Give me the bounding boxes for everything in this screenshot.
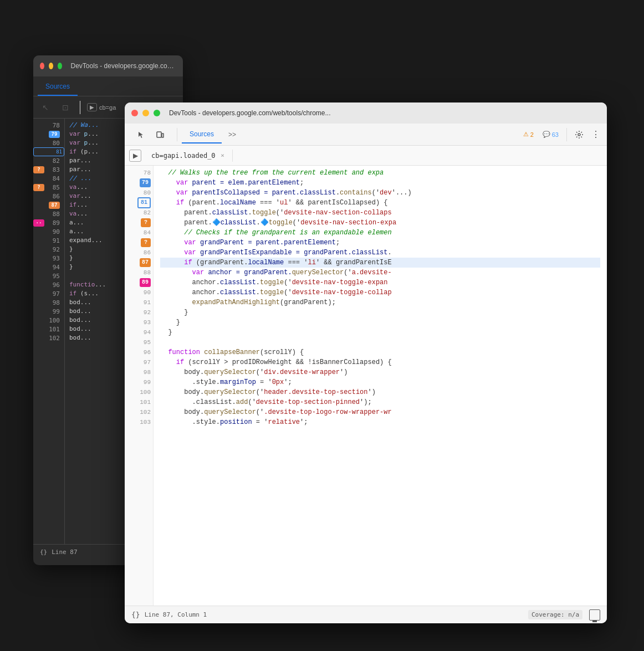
code-line-86: var grandParentIsExpandable = grandParen…: [160, 248, 600, 258]
code-line-79: var parent = elem.parentElement;: [160, 178, 600, 188]
cursor-position: Line 87, Column 1: [145, 611, 207, 618]
device-toolbar-icon[interactable]: [152, 127, 168, 142]
gutter-line-99[interactable]: 99: [125, 377, 153, 387]
line-gutter-bg: 78 79 80 81 82 ?83 84 ?85 86 87 88 ··89 …: [33, 119, 65, 544]
file-tab-close-button[interactable]: ×: [219, 152, 227, 160]
sidebar-toggle-bg[interactable]: ▶: [87, 103, 97, 111]
gutter-line-81[interactable]: 81: [125, 198, 153, 208]
close-button-bg[interactable]: [40, 63, 44, 69]
line-num-103: 103: [137, 419, 151, 426]
gutter-line-97[interactable]: 97: [125, 357, 153, 367]
file-tab-item[interactable]: cb=gapi.loaded_0 ×: [146, 150, 233, 162]
more-tabs-button[interactable]: >>: [224, 126, 241, 143]
screenshot-icon[interactable]: [589, 609, 600, 621]
messages-badge[interactable]: 💬 63: [539, 130, 562, 139]
line-badge-87[interactable]: 87: [140, 258, 151, 267]
gutter-line-78[interactable]: 78: [125, 168, 153, 178]
format-code-button[interactable]: {}: [131, 611, 140, 619]
code-line-87: if (grandParent.localName === 'li' && gr…: [160, 258, 600, 268]
window-title-bg: DevTools - developers.google.com/web/too…: [71, 62, 176, 70]
gutter-line-95[interactable]: 95: [125, 337, 153, 347]
code-line-81: if (parent.localName === 'ul' && parentI…: [160, 198, 600, 208]
gutter-line-93[interactable]: 93: [125, 317, 153, 327]
line-badge-85[interactable]: ?: [141, 238, 151, 247]
ln-94: 94: [33, 263, 64, 271]
gutter-line-94[interactable]: 94: [125, 327, 153, 337]
gutter-line-85[interactable]: ?: [125, 238, 153, 248]
tab-bar-divider: [177, 128, 177, 141]
pointer-tool-icon[interactable]: [134, 127, 149, 142]
code-content-bg: // Wa... var p... var p... if (p... par.…: [65, 119, 110, 544]
gutter-line-80[interactable]: 80: [125, 188, 153, 198]
gutter-line-87[interactable]: 87: [125, 258, 153, 268]
line-num-86: 86: [137, 249, 151, 256]
ln-86: 86: [33, 192, 64, 201]
sources-tab-fg[interactable]: Sources: [182, 126, 222, 143]
code-line-95: [160, 337, 600, 347]
code-line-97: if (scrollY > prodIDRowHeight && !isBann…: [160, 357, 600, 367]
gutter-line-100[interactable]: 100: [125, 387, 153, 397]
gutter-line-79[interactable]: 79: [125, 178, 153, 188]
line-num-97: 97: [137, 359, 151, 366]
line-num-90: 90: [137, 289, 151, 296]
ln-91: 91: [33, 236, 64, 245]
sidebar-toggle-fg[interactable]: ▶: [129, 150, 141, 162]
line-num-92: 92: [137, 309, 151, 316]
sources-tab-bg[interactable]: Sources: [38, 78, 78, 96]
maximize-button-fg[interactable]: [154, 110, 160, 116]
line-num-82: 82: [137, 209, 151, 216]
ln-98: 98: [33, 298, 64, 307]
svg-rect-1: [162, 134, 163, 137]
line-badge-79[interactable]: 79: [140, 178, 151, 187]
gutter-line-101[interactable]: 101: [125, 397, 153, 407]
status-left: {} Line 87, Column 1: [131, 611, 207, 619]
ln-102: 102: [33, 334, 64, 342]
gutter-line-89[interactable]: 89: [125, 278, 153, 288]
gutter-line-98[interactable]: 98: [125, 367, 153, 377]
line-gutter-fg: 7879808182?84?86878889909192939495969798…: [125, 166, 154, 606]
settings-button[interactable]: [571, 127, 587, 142]
ln-89: ··89: [33, 218, 64, 227]
code-line-88: var anchor = grandParent.querySelector('…: [160, 268, 600, 278]
gutter-line-90[interactable]: 90: [125, 288, 153, 298]
code-lines-fg[interactable]: // Walks up the tree from the current el…: [154, 166, 607, 606]
code-line-91: expandPathAndHighlight(grandParent);: [160, 298, 600, 307]
code-editor: 7879808182?84?86878889909192939495969798…: [125, 166, 607, 606]
gutter-line-84[interactable]: 84: [125, 228, 153, 238]
minimize-button-fg[interactable]: [142, 110, 149, 116]
minimize-button-bg[interactable]: [49, 63, 53, 69]
line-num-91: 91: [137, 299, 151, 306]
coverage-badge: Coverage: n/a: [528, 610, 582, 619]
gutter-line-92[interactable]: 92: [125, 307, 153, 317]
gutter-line-91[interactable]: 91: [125, 298, 153, 307]
line-num-94: 94: [137, 329, 151, 336]
line-badge-89[interactable]: 89: [140, 278, 151, 287]
ln-79: 79: [33, 130, 64, 139]
line-badge-81[interactable]: 81: [137, 197, 151, 208]
gutter-line-83[interactable]: ?: [125, 218, 153, 228]
line-badge-83[interactable]: ?: [141, 218, 151, 227]
svg-rect-0: [157, 132, 161, 137]
ln-87: 87: [33, 201, 64, 209]
tab-bar-bg: Sources: [33, 76, 183, 96]
warning-icon: ⚠: [523, 131, 529, 138]
ln-97: 97: [33, 289, 64, 298]
gutter-line-103[interactable]: 103: [125, 417, 153, 427]
more-options-button[interactable]: ⋮: [589, 127, 602, 142]
drawer-icon-bg[interactable]: ⊡: [58, 100, 73, 115]
gutter-line-96[interactable]: 96: [125, 347, 153, 357]
gutter-line-102[interactable]: 102: [125, 407, 153, 417]
gutter-line-86[interactable]: 86: [125, 248, 153, 258]
code-line-83: parent.🔷classList.🔷toggle('devsite-nav-s…: [160, 218, 600, 228]
close-button-fg[interactable]: [131, 110, 138, 116]
ln-85: ?85: [33, 183, 64, 192]
message-icon: 💬: [543, 131, 550, 138]
warnings-badge[interactable]: ⚠ 2: [520, 130, 537, 139]
code-line-94: }: [160, 327, 600, 337]
ln-80: 80: [33, 139, 64, 147]
gutter-line-88[interactable]: 88: [125, 268, 153, 278]
maximize-button-bg[interactable]: [58, 63, 62, 69]
ln-100: 100: [33, 316, 64, 325]
gutter-line-82[interactable]: 82: [125, 208, 153, 218]
pointer-icon-bg[interactable]: ↖: [38, 100, 53, 115]
